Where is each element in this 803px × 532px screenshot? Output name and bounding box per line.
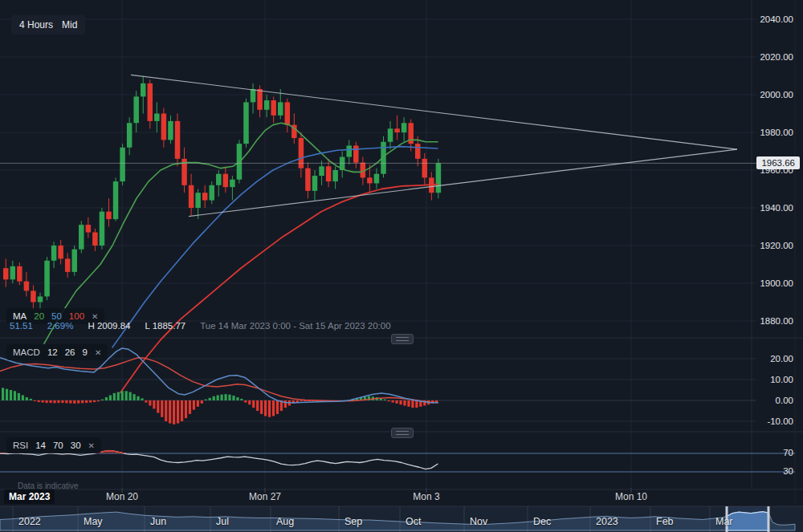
navigator-month-label: May bbox=[84, 516, 103, 527]
info-date-range: Tue 14 Mar 2023 0:00 - Sat 15 Apr 2023 2… bbox=[200, 321, 390, 331]
navigator-month-label: 2022 bbox=[18, 516, 41, 527]
price-axis-label: 1980.00 bbox=[760, 128, 793, 137]
time-axis-label: Mon 20 bbox=[106, 491, 138, 502]
macd-pane-resize-handle[interactable] bbox=[391, 334, 414, 344]
macd-close-icon[interactable]: ✕ bbox=[95, 348, 101, 357]
time-axis-label: Mon 3 bbox=[413, 491, 439, 502]
rsi-axis-label: 30 bbox=[783, 466, 793, 476]
price-axis-label: 1920.00 bbox=[760, 241, 793, 250]
rsi-param-lower: 30 bbox=[71, 441, 81, 450]
time-axis-label: Mon 27 bbox=[249, 491, 281, 502]
rsi-legend-name: RSI bbox=[13, 441, 28, 450]
navigator-month-label: 2023 bbox=[596, 516, 618, 527]
ma-legend-name: MA bbox=[13, 311, 26, 321]
macd-axis-label: 10.00 bbox=[770, 375, 793, 384]
time-axis-label: Mar 2023 bbox=[4, 489, 55, 504]
navigator-month-label: Jun bbox=[150, 516, 166, 527]
trading-chart-window: 4 Hours Mid MA 20 50 100 ✕ 51.51 2.69% H… bbox=[0, 0, 803, 532]
price-type-button[interactable]: Mid bbox=[54, 15, 85, 35]
rsi-close-icon[interactable]: ✕ bbox=[88, 441, 95, 450]
price-axis-label: 1900.00 bbox=[760, 278, 793, 288]
rsi-param-upper: 70 bbox=[53, 441, 63, 450]
navigator-month-label: Aug bbox=[276, 516, 294, 527]
info-value: 51.51 bbox=[10, 321, 33, 331]
rsi-pane-resize-handle[interactable] bbox=[391, 428, 414, 438]
macd-axis-label: 0.00 bbox=[776, 396, 793, 405]
ma-close-icon[interactable]: ✕ bbox=[92, 312, 98, 321]
price-axis-label: 1940.00 bbox=[760, 203, 793, 213]
navigator-month-label: Jul bbox=[216, 516, 229, 527]
chart-canvas[interactable] bbox=[0, 0, 803, 532]
price-axis-label: 1880.00 bbox=[760, 316, 793, 326]
ma-period-50: 50 bbox=[51, 311, 62, 321]
info-low: L 1885.77 bbox=[145, 321, 185, 331]
price-axis-label: 2040.00 bbox=[760, 14, 793, 24]
macd-axis-label: 20.00 bbox=[770, 354, 793, 363]
price-axis-label: 2020.00 bbox=[760, 52, 793, 62]
price-axis-label: 2000.00 bbox=[760, 90, 793, 99]
navigator-handle-right[interactable] bbox=[768, 506, 770, 532]
navigator-month-label: Dec bbox=[533, 516, 551, 527]
ohlc-info-row: 51.51 2.69% H 2009.84 L 1885.77 Tue 14 M… bbox=[10, 321, 391, 331]
macd-param-slow: 26 bbox=[65, 347, 75, 357]
rsi-legend-chip[interactable]: RSI 14 70 30 ✕ bbox=[6, 437, 101, 453]
navigator-month-label: Feb bbox=[656, 516, 674, 527]
macd-legend-name: MACD bbox=[13, 347, 40, 357]
navigator-month-label: Mar bbox=[715, 516, 733, 527]
info-high: H 2009.84 bbox=[88, 321, 130, 331]
rsi-param-period: 14 bbox=[35, 441, 46, 450]
rsi-axis-label: 70 bbox=[783, 448, 793, 457]
macd-legend-chip[interactable]: MACD 12 26 9 ✕ bbox=[6, 344, 108, 360]
ma-period-20: 20 bbox=[34, 311, 44, 321]
navigator-month-label: Sep bbox=[344, 516, 362, 527]
navigator-month-label: Oct bbox=[406, 516, 421, 527]
info-percent: 2.69% bbox=[47, 321, 74, 331]
current-price-badge: 1963.66 bbox=[756, 156, 800, 169]
macd-axis-label: -10.00 bbox=[767, 416, 793, 426]
macd-param-fast: 12 bbox=[47, 347, 58, 357]
macd-param-signal: 9 bbox=[82, 347, 87, 357]
time-axis-label: Mon 10 bbox=[615, 491, 647, 502]
ma-period-100: 100 bbox=[69, 311, 84, 321]
navigator-month-label: Nov bbox=[470, 516, 487, 527]
